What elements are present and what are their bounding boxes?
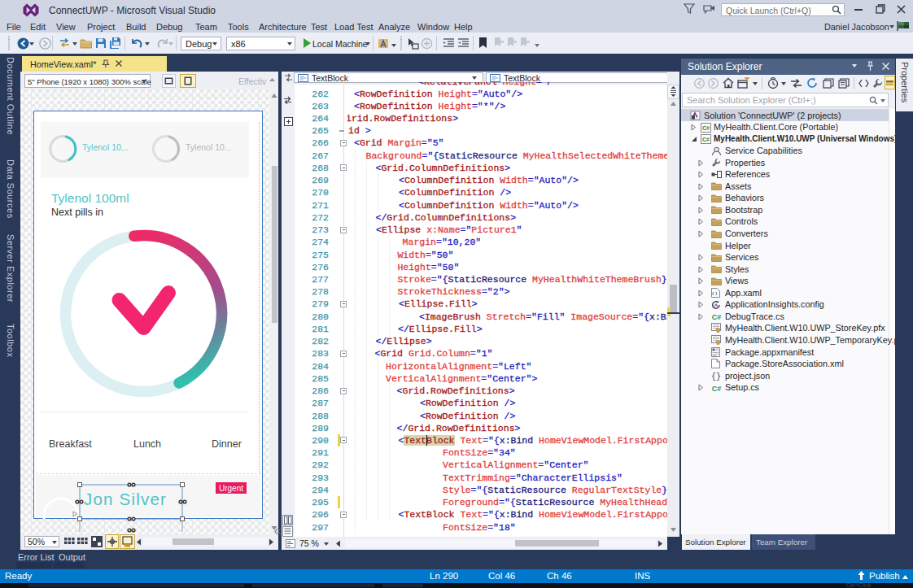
svg-text:C#: C# [712, 384, 722, 392]
svg-text:{}: {} [711, 372, 721, 381]
svg-text:C#: C# [712, 313, 722, 321]
svg-text:C#: C# [702, 137, 710, 142]
svg-text:C#: C# [702, 124, 710, 130]
